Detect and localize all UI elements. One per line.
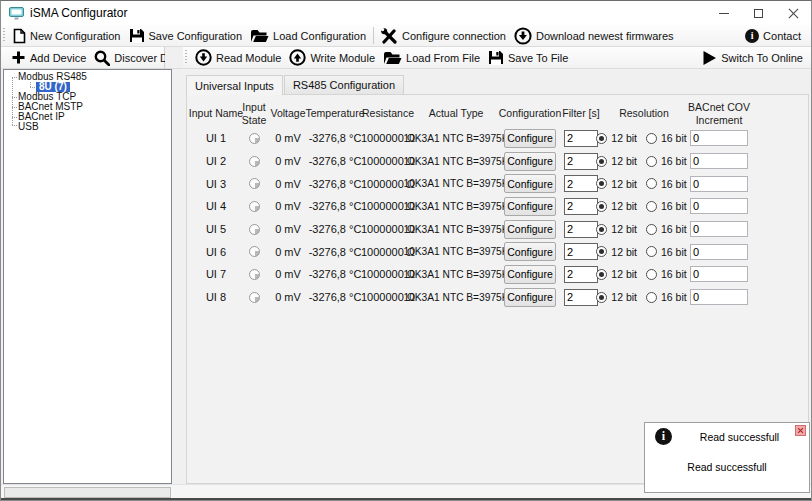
temperature-value: -3276,8 °C [309,132,362,144]
input-state-cell [249,201,260,212]
radio-16bit[interactable] [646,269,657,280]
download-firmwares-button[interactable]: Download newest firmwares [510,26,678,46]
new-configuration-button[interactable]: New Configuration [9,26,125,46]
voltage-value: 0 mV [275,291,301,303]
play-icon [702,50,717,66]
configure-button[interactable]: Configure [504,265,556,284]
search-icon [94,50,110,66]
notification-message: Read successfull [645,461,809,473]
radio-12bit[interactable] [596,156,607,167]
configure-connection-button[interactable]: Configure connection [377,26,510,46]
bacnet-cov-input[interactable] [690,289,748,305]
configure-button[interactable]: Configure [504,197,556,216]
save-configuration-button[interactable]: Save Configuration [125,26,247,46]
load-from-file-button[interactable]: Load From File [379,48,484,68]
notification-close-button[interactable] [795,425,806,436]
radio-12bit[interactable] [596,178,607,189]
radio-16bit-label: 16 bit [661,291,687,303]
temperature-value: -3276,8 °C [309,268,362,280]
filter-input[interactable] [564,198,598,215]
filter-input[interactable] [564,153,598,170]
write-module-button[interactable]: Write Module [285,48,379,68]
table-row: UI 2 0 mV -3276,8 °C 1000000 Ω 10K3A1 NT… [194,150,808,173]
radio-16bit[interactable] [646,133,657,144]
filter-input[interactable] [564,130,598,147]
toolbar-separator [373,27,374,44]
switch-to-online-button[interactable]: Switch To Online [698,48,807,68]
device-tree-panel: Modbus RS4858U (7)Modbus TCPBACnet MSTPB… [3,69,172,484]
configure-button[interactable]: Configure [504,242,556,261]
add-device-button[interactable]: Add Device [7,48,90,68]
bacnet-cov-input[interactable] [690,221,748,237]
column-header-filter-s-: Filter [s] [562,107,599,119]
configure-button[interactable]: Configure [504,152,556,171]
radio-12bit[interactable] [596,201,607,212]
filter-input[interactable] [564,266,598,283]
state-led-icon [249,269,260,280]
new-document-icon [13,28,26,44]
input-state-cell [249,178,260,189]
radio-16bit[interactable] [646,178,657,189]
table-row: UI 4 0 mV -3276,8 °C 1000000 Ω 10K3A1 NT… [194,195,808,218]
radio-16bit[interactable] [646,224,657,235]
notification-title: Read successfull [680,431,799,443]
configure-button[interactable]: Configure [504,174,556,193]
bacnet-cov-input[interactable] [690,130,748,146]
tree-item-usb[interactable]: USB [4,122,171,132]
radio-12bit[interactable] [596,269,607,280]
radio-12bit-label: 12 bit [611,155,637,167]
actual-type-value: 10K3A1 NTC B=3975K [403,201,508,212]
resolution-cell: 12 bit 16 bit [596,268,691,280]
radio-16bit[interactable] [646,292,657,303]
filter-input[interactable] [564,221,598,238]
radio-16bit[interactable] [646,246,657,257]
maximize-button[interactable] [741,1,776,25]
bacnet-cov-input[interactable] [690,266,748,282]
radio-12bit[interactable] [596,292,607,303]
configure-button[interactable]: Configure [504,288,556,307]
module-toolbar-row: Add Device Discover Devices Read Module … [1,47,811,69]
radio-16bit[interactable] [646,156,657,167]
radio-12bit[interactable] [596,246,607,257]
bacnet-cov-input[interactable] [690,198,748,214]
filter-input[interactable] [564,175,598,192]
tools-icon [381,28,398,44]
contact-button[interactable]: i Contact [741,26,805,46]
state-led-icon [249,224,260,235]
tabstrip: Universal InputsRS485 Configuration [186,75,405,94]
tab-rs485-configuration[interactable]: RS485 Configuration [284,75,404,94]
read-module-button[interactable]: Read Module [191,48,285,68]
radio-16bit[interactable] [646,201,657,212]
radio-16bit-label: 16 bit [661,178,687,190]
configure-button[interactable]: Configure [504,129,556,148]
tree-item-modbus-rs485[interactable]: Modbus RS485 [4,72,171,82]
device-tree: Modbus RS4858U (7)Modbus TCPBACnet MSTPB… [4,70,171,132]
load-configuration-button[interactable]: Load Configuration [246,26,370,46]
radio-16bit-label: 16 bit [661,246,687,258]
bacnet-cov-input[interactable] [690,176,748,192]
open-folder-icon [250,29,269,43]
filter-input[interactable] [564,289,598,306]
actual-type-value: 10K3A1 NTC B=3975K [403,292,508,303]
actual-type-value: 10K3A1 NTC B=3975K [403,224,508,235]
save-to-file-button[interactable]: Save To File [484,48,572,68]
column-header-resolution: Resolution [619,107,669,119]
configure-button[interactable]: Configure [504,220,556,239]
window-bottom-edge [1,498,811,500]
bacnet-cov-input[interactable] [690,244,748,260]
voltage-value: 0 mV [275,155,301,167]
bacnet-cov-input[interactable] [690,153,748,169]
radio-12bit[interactable] [596,224,607,235]
upload-circle-icon [289,49,306,66]
radio-12bit-label: 12 bit [611,178,637,190]
column-header-configuration: Configuration [499,107,561,119]
radio-12bit[interactable] [596,133,607,144]
radio-16bit-label: 16 bit [661,132,687,144]
filter-input[interactable] [564,243,598,260]
save-floppy-icon [488,50,504,65]
tab-universal-inputs[interactable]: Universal Inputs [186,75,283,95]
close-button[interactable] [776,1,811,25]
close-icon [788,8,799,19]
minimize-button[interactable] [706,1,741,25]
column-header-bacnet-cov-increment: BACnet COV Increment [686,101,752,125]
